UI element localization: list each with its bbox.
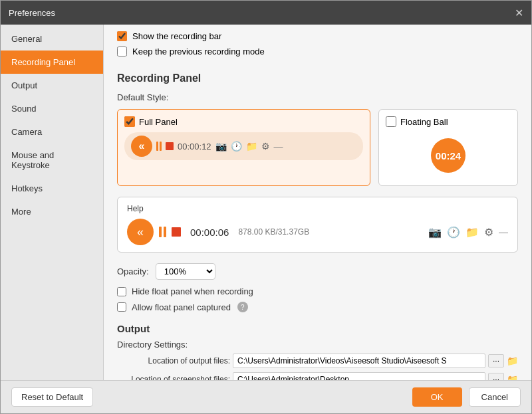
output-files-row: Location of output files: ··· 📁: [117, 354, 518, 368]
gear-icon-panel[interactable]: ⚙: [261, 141, 270, 152]
sidebar-item-output[interactable]: Output: [1, 74, 103, 97]
full-panel-time: 00:00:12: [178, 142, 211, 152]
floating-ball-timer: 00:24: [431, 138, 466, 173]
screenshot-files-folder-icon[interactable]: 📁: [507, 374, 518, 380]
output-files-browse-btn[interactable]: ···: [488, 354, 504, 367]
help-pause-icon[interactable]: [159, 227, 166, 237]
hide-float-label: Hide float panel when recording: [132, 286, 253, 296]
help-camera-icon[interactable]: 📷: [428, 226, 442, 239]
output-section: Output Directory Settings: Location of o…: [117, 323, 518, 380]
opacity-row: Opacity: 100% 90% 80% 70%: [117, 263, 518, 280]
output-files-input[interactable]: [233, 354, 485, 368]
keep-previous-mode-label: Keep the previous recording mode: [132, 47, 265, 56]
top-checkboxes: Show the recording bar Keep the previous…: [104, 25, 531, 62]
content-body: Recording Panel Default Style: Full Pane…: [104, 62, 531, 380]
hide-float-row: Hide float panel when recording: [117, 286, 518, 296]
screenshot-files-label: Location of screenshot files:: [117, 375, 230, 380]
show-recording-bar-checkbox[interactable]: [117, 31, 127, 41]
floating-ball-card[interactable]: Floating Ball 00:24: [378, 109, 518, 186]
default-style-label: Default Style:: [117, 92, 518, 102]
output-files-folder-icon[interactable]: 📁: [507, 356, 518, 366]
content-area: Show the recording bar Keep the previous…: [104, 25, 531, 380]
pause-icon[interactable]: [156, 142, 162, 151]
sidebar-item-camera[interactable]: Camera: [1, 120, 103, 144]
help-minus-icon[interactable]: —: [499, 227, 508, 237]
full-panel-card[interactable]: Full Panel « 00:00:12 📷 🕐: [117, 109, 370, 186]
camera-icon[interactable]: 📷: [215, 141, 227, 152]
full-panel-back-btn[interactable]: «: [131, 136, 152, 157]
opacity-label: Opacity:: [117, 266, 149, 276]
output-files-label: Location of output files:: [117, 356, 230, 365]
full-panel-label: Full Panel: [139, 117, 178, 127]
reset-to-default-button[interactable]: Reset to Default: [11, 387, 93, 407]
footer: Reset to Default OK Cancel: [1, 380, 531, 413]
window-title: Preferences: [9, 8, 55, 18]
sidebar-item-recording-panel[interactable]: Recording Panel: [1, 51, 103, 74]
keep-previous-mode-row: Keep the previous recording mode: [117, 47, 518, 56]
help-back-btn[interactable]: «: [127, 219, 154, 245]
preferences-window: Preferences ✕ General Recording Panel Ou…: [0, 0, 532, 414]
help-bar-size: 878.00 KB/31.37GB: [238, 227, 423, 237]
recording-panel-title: Recording Panel: [117, 72, 518, 84]
sidebar-item-sound[interactable]: Sound: [1, 97, 103, 120]
keep-previous-mode-checkbox[interactable]: [117, 47, 127, 56]
screenshot-files-browse-btn[interactable]: ···: [488, 373, 504, 380]
ok-button[interactable]: OK: [412, 387, 462, 407]
help-folder-icon[interactable]: 📁: [466, 226, 479, 239]
floating-ball-checkbox[interactable]: [386, 116, 396, 127]
footer-right: OK Cancel: [412, 387, 521, 407]
screenshot-files-input[interactable]: [233, 372, 485, 380]
minus-icon[interactable]: —: [274, 141, 283, 152]
show-recording-bar-label: Show the recording bar: [132, 31, 221, 41]
clock-icon[interactable]: 🕐: [231, 141, 242, 152]
sidebar-item-general[interactable]: General: [1, 27, 103, 51]
floating-ball-header: Floating Ball: [386, 116, 511, 127]
screenshot-files-row: Location of screenshot files: ··· 📁: [117, 372, 518, 380]
help-clock-icon[interactable]: 🕐: [447, 226, 460, 239]
full-panel-bar: « 00:00:12 📷 🕐 📁 ⚙ —: [124, 132, 363, 160]
full-panel-checkbox[interactable]: [124, 116, 135, 127]
help-bar-inner: « 00:00:06 878.00 KB/31.37GB 📷 🕐 📁 ⚙ —: [127, 219, 508, 245]
sidebar-item-hotkeys[interactable]: Hotkeys: [1, 177, 103, 200]
sidebar: General Recording Panel Output Sound Cam…: [1, 25, 104, 380]
help-label: Help: [127, 204, 508, 213]
show-recording-bar-row: Show the recording bar: [117, 31, 518, 41]
opacity-select[interactable]: 100% 90% 80% 70%: [156, 263, 215, 280]
output-title: Output: [117, 323, 518, 334]
help-bar: Help « 00:00:06 878.00 KB/31.37GB 📷 🕐 📁: [117, 197, 518, 253]
allow-float-help-icon[interactable]: ?: [237, 302, 248, 312]
allow-float-checkbox[interactable]: [117, 302, 126, 312]
allow-float-label: Allow float panel captured: [132, 302, 231, 312]
main-layout: General Recording Panel Output Sound Cam…: [1, 25, 531, 380]
sidebar-item-mouse-keystroke[interactable]: Mouse and Keystroke: [1, 144, 103, 177]
help-gear-icon[interactable]: ⚙: [484, 226, 493, 239]
floating-ball-label: Floating Ball: [400, 117, 448, 127]
sidebar-item-more[interactable]: More: [1, 200, 103, 223]
help-stop-icon[interactable]: [172, 227, 181, 237]
help-bar-time: 00:00:06: [190, 227, 229, 238]
titlebar: Preferences ✕: [1, 1, 531, 25]
stop-icon[interactable]: [166, 142, 174, 150]
style-options: Full Panel « 00:00:12 📷 🕐: [117, 109, 518, 186]
allow-float-row: Allow float panel captured ?: [117, 302, 518, 312]
full-panel-header: Full Panel: [124, 116, 363, 127]
folder-icon-panel[interactable]: 📁: [246, 141, 257, 152]
hide-float-checkbox[interactable]: [117, 287, 126, 296]
floating-ball-display: 00:24: [386, 132, 511, 179]
cancel-button[interactable]: Cancel: [469, 387, 521, 407]
dir-settings-label: Directory Settings:: [117, 340, 518, 350]
close-button[interactable]: ✕: [515, 7, 523, 19]
